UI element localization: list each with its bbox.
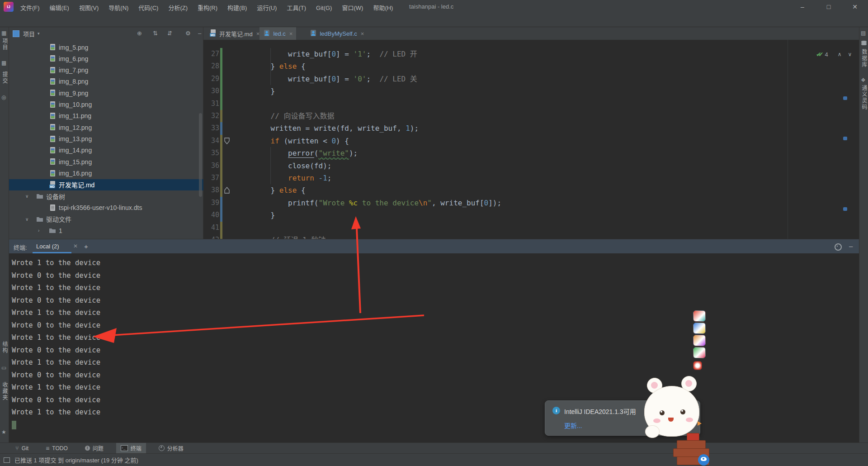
tab-close-icon[interactable]: × <box>289 30 293 37</box>
tree-item[interactable]: img_15.png <box>9 156 203 167</box>
menu-item[interactable]: 编辑(E) <box>45 0 74 15</box>
collapse-all-icon[interactable]: ⇵ <box>167 30 172 37</box>
tree-item[interactable]: img_8.png <box>9 76 203 87</box>
next-problem-icon[interactable]: ∨ <box>848 51 852 57</box>
menu-item[interactable]: 重构(R) <box>193 0 222 15</box>
tree-item[interactable]: img_16.png <box>9 168 203 179</box>
new-terminal-session-icon[interactable]: + <box>84 243 88 250</box>
line-number[interactable]: 28 <box>203 60 219 72</box>
line-number[interactable]: 31 <box>203 98 219 110</box>
code-editor[interactable]: 27 write_buf[0] = '1'; // LED 开28 } else… <box>203 40 859 239</box>
inspection-widget[interactable]: ✔✔ 4 ∧ ∨ <box>816 51 855 58</box>
fold-region-up-icon[interactable] <box>224 187 230 195</box>
fold-region-down-icon[interactable] <box>224 138 230 146</box>
update-link[interactable]: 更新... <box>564 421 582 430</box>
locate-file-icon[interactable]: ⊕ <box>137 30 142 37</box>
line-number[interactable]: 37 <box>203 172 219 184</box>
bottom-tool-todo[interactable]: ≡TODO <box>41 443 72 453</box>
code-line[interactable]: 30 } <box>203 85 859 98</box>
code-line[interactable]: 31 <box>203 98 859 110</box>
tree-item[interactable]: img_6.png <box>9 53 203 64</box>
editor-tab-ledc[interactable]: led.c× <box>259 27 296 40</box>
editor-tab-md[interactable]: MD开发笔记.md× <box>206 27 263 40</box>
tree-item[interactable]: ∨驱动文件 <box>9 214 203 225</box>
code-line[interactable]: 40 } <box>203 209 859 222</box>
menu-item[interactable]: Git(G) <box>311 1 337 14</box>
line-number[interactable]: 35 <box>203 147 219 159</box>
code-line[interactable]: 41 <box>203 222 859 234</box>
corner-app-icon[interactable] <box>698 454 709 466</box>
menu-item[interactable]: 运行(U) <box>252 0 282 15</box>
editor-tab-ledByMySelfc[interactable]: ledByMySelf.c× <box>306 27 368 40</box>
tree-item[interactable]: img_10.png <box>9 99 203 110</box>
scrollbar-change-mark[interactable] <box>843 207 847 211</box>
menu-item[interactable]: 分析(Z) <box>163 0 193 15</box>
tree-item[interactable]: img_13.png <box>9 133 203 145</box>
terminal-hide-icon[interactable]: – <box>849 242 853 250</box>
folder-stripe-icon[interactable]: ▩ <box>1 60 6 66</box>
stripe-toggle-icon[interactable]: ▤ <box>861 30 866 36</box>
terminal-tab-close-icon[interactable]: ✕ <box>73 243 78 249</box>
menu-item[interactable]: 文件(F) <box>15 0 45 15</box>
project-dropdown-icon[interactable]: ▾ <box>38 31 40 36</box>
line-number[interactable]: 38 <box>203 184 219 196</box>
code-line[interactable]: 39 printf("Wrote %c to the device\n", wr… <box>203 197 859 209</box>
line-number[interactable]: 34 <box>203 135 219 147</box>
tree-item[interactable]: MD开发笔记.md <box>9 179 203 190</box>
line-number[interactable]: 41 <box>203 222 219 234</box>
line-number[interactable]: 27 <box>203 48 219 60</box>
menu-item[interactable]: 帮助(H) <box>368 0 398 15</box>
line-number[interactable]: 36 <box>203 160 219 172</box>
line-number[interactable]: 39 <box>203 197 219 209</box>
terminal-output[interactable]: Wrote 1 to the deviceWrote 0 to the devi… <box>9 253 859 442</box>
code-line[interactable]: 42 // 延迟 1 秒钟 <box>203 234 859 239</box>
code-line[interactable]: 33 written = write(fd, write_buf, 1); <box>203 122 859 135</box>
code-line[interactable]: 29 write_buf[0] = '0'; // LED 关 <box>203 73 859 86</box>
line-number[interactable]: 32 <box>203 110 219 122</box>
code-line[interactable]: 38 } else { <box>203 184 859 197</box>
tree-item[interactable]: ›1 <box>9 225 203 236</box>
terminal-settings-gear-icon[interactable] <box>835 243 842 251</box>
line-number[interactable]: 33 <box>203 122 219 134</box>
line-number[interactable]: 42 <box>203 234 219 239</box>
menu-item[interactable]: 代码(C) <box>133 0 163 15</box>
terminal-tab-local[interactable]: Local (2) <box>33 239 63 253</box>
code-line[interactable]: 35 perror("write"); <box>203 147 859 160</box>
code-line[interactable]: 36 close(fd); <box>203 160 859 172</box>
tree-item[interactable]: img_11.png <box>9 110 203 122</box>
project-panel-title[interactable]: 项目 <box>23 29 35 38</box>
tab-close-icon[interactable]: × <box>361 30 364 37</box>
tool-window-commit[interactable]: 提交 <box>1 71 9 84</box>
line-number[interactable]: 40 <box>203 209 219 221</box>
line-number[interactable]: 29 <box>203 73 219 85</box>
menu-item[interactable]: 视图(V) <box>74 0 104 15</box>
minimize-button[interactable]: – <box>792 0 813 14</box>
code-line[interactable]: 37 return -1; <box>203 172 859 185</box>
menu-item[interactable]: 窗口(W) <box>337 0 368 15</box>
menu-item[interactable]: 导航(N) <box>104 0 133 15</box>
tree-item[interactable]: img_14.png <box>9 145 203 156</box>
code-line[interactable]: 32 // 向设备写入数据 <box>203 110 859 123</box>
menu-item[interactable]: 构建(B) <box>222 0 252 15</box>
code-line[interactable]: 28 } else { <box>203 60 859 73</box>
code-line[interactable]: 27 write_buf[0] = '1'; // LED 开 <box>203 48 859 61</box>
tree-scrollbar[interactable] <box>199 113 202 197</box>
maximize-button[interactable]: □ <box>818 0 839 14</box>
tree-item[interactable]: ∨设备树 <box>9 190 203 202</box>
tool-window-tongyi[interactable]: 通义灵码 <box>860 85 868 110</box>
scrollbar-change-mark[interactable] <box>843 96 847 100</box>
tool-window-structure[interactable]: 结构 <box>1 341 9 354</box>
hide-panel-icon[interactable]: – <box>198 30 201 37</box>
bottom-tool-err[interactable]: !问题 <box>80 443 108 453</box>
tree-item[interactable]: img_9.png <box>9 87 203 99</box>
pin-stripe-icon[interactable]: ◎ <box>1 94 6 100</box>
tool-window-favorites[interactable]: 收藏夹 <box>1 382 9 401</box>
stripe-grid-icon[interactable]: ▦ <box>1 30 6 36</box>
tool-window-database[interactable]: 数据库 <box>860 49 868 68</box>
close-button[interactable]: ✕ <box>844 0 865 14</box>
tree-item[interactable]: img_12.png <box>9 122 203 133</box>
bottom-tool-term[interactable]: ›_终端 <box>116 443 146 453</box>
panel-settings-gear-icon[interactable]: ⚙ <box>185 30 191 37</box>
menu-item[interactable]: 工具(T) <box>282 0 311 15</box>
tree-item[interactable]: img_5.png <box>9 42 203 53</box>
